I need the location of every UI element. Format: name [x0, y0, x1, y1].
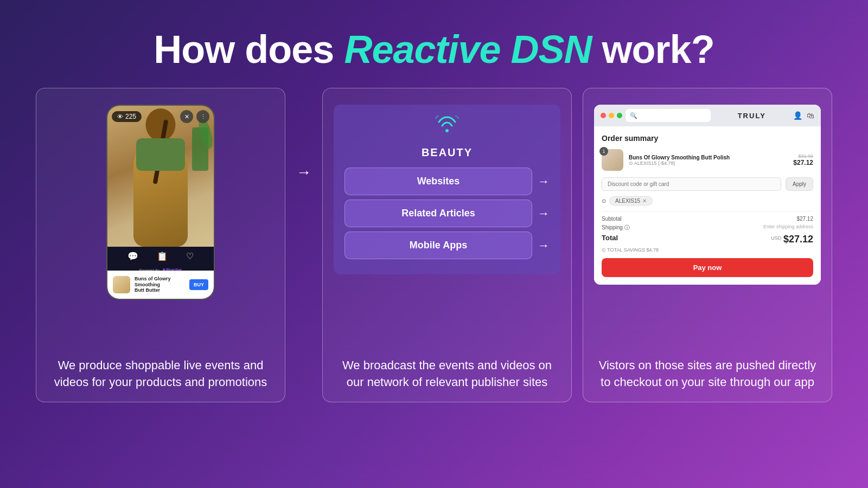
subtotal-label: Subtotal [602, 216, 622, 222]
savings-text: ⊙ TOTAL SAVINGS $4.78 [602, 247, 659, 253]
broadcast-icon [434, 115, 460, 142]
network-hub: BEAUTY Websites → Related Articles → Mob… [334, 105, 560, 274]
product-name: Buns of Glowry Smoothing Butt Butter [135, 276, 185, 293]
total-line: Total USD $27.12 [602, 234, 813, 245]
phone-video-area [107, 106, 214, 247]
phone-product-bar: Buns of Glowry Smoothing Butt Butter BUY [107, 271, 214, 299]
total-value: $27.12 [783, 234, 813, 245]
discount-input[interactable] [602, 177, 781, 191]
shipping-line: Shipping ⓘ Enter shipping address [602, 224, 813, 232]
panel-network: BEAUTY Websites → Related Articles → Mob… [322, 88, 572, 402]
search-icon: 🔍 [630, 112, 637, 119]
shipping-label: Shipping ⓘ [602, 224, 630, 232]
arrow-articles: → [538, 207, 550, 221]
order-summary: Order summary 1 Buns Of Glowry Smoothing… [594, 126, 821, 285]
channel-articles: Related Articles [344, 200, 532, 227]
page-title: How does Reactive DSN work? [0, 27, 868, 72]
more-button[interactable]: ⋮ [196, 110, 209, 123]
total-label: Total [602, 234, 618, 245]
subtotal-value: $27.12 [796, 216, 813, 222]
coupon-code: ALEXIS15 [615, 198, 640, 204]
browser-actions: 👤 🛍 [793, 111, 814, 120]
coupon-tag: ⊙ ALEXIS15 ✕ [602, 196, 813, 206]
order-title: Order summary [602, 134, 813, 143]
category-label: BEAUTY [422, 146, 473, 159]
discount-row: Apply [602, 177, 813, 191]
arrow-1-to-2: → [296, 88, 311, 181]
bag-icon[interactable]: 🛍 [807, 111, 814, 120]
currency-label: USD [771, 235, 781, 241]
dot-green [617, 113, 622, 118]
channel-websites: Websites [344, 168, 532, 195]
panel2-description: We broadcast the events and videos on ou… [334, 346, 560, 391]
shipping-hint: Enter shipping address [763, 224, 813, 232]
phone-top-bar: 👁 225 ✕ ⋮ [112, 110, 209, 123]
arrow-websites: → [538, 175, 550, 189]
eye-icon: 👁 [117, 113, 123, 120]
total-amount: USD $27.12 [771, 234, 813, 245]
item-badge: 1 [599, 147, 608, 156]
channel-articles-row: Related Articles → [344, 200, 550, 227]
item-original-price: $31.90 [793, 153, 813, 159]
title-prefix: How does [154, 28, 344, 71]
main-content: 👁 225 ✕ ⋮ [0, 88, 868, 488]
item-code: ⊙ ALEXIS15 (-$4.78) [629, 160, 788, 166]
list-icon[interactable]: 📋 [157, 251, 168, 261]
arrow-mobile: → [538, 239, 550, 253]
summary-lines: Subtotal $27.12 Shipping ⓘ Enter shippin… [602, 211, 813, 245]
view-count-value: 225 [125, 113, 136, 120]
panel-live-events: 👁 225 ✕ ⋮ [36, 88, 285, 402]
product-info: Buns of Glowry Smoothing Butt Butter [135, 276, 185, 293]
close-button[interactable]: ✕ [180, 110, 193, 123]
browser-brand: TRULY [714, 112, 790, 120]
profile-icon[interactable]: 👤 [793, 111, 802, 120]
coupon-badge: ALEXIS15 ✕ [609, 196, 653, 206]
title-suffix: work? [592, 28, 714, 71]
order-item: 1 Buns Of Glowry Smoothing Butt Polish ⊙… [602, 149, 813, 171]
product-thumbnail [113, 276, 130, 293]
header-section: How does Reactive DSN work? [0, 0, 868, 88]
dot-red [601, 113, 606, 118]
coupon-remove-button[interactable]: ✕ [642, 198, 647, 204]
buy-button[interactable]: BUY [189, 279, 208, 290]
item-details: Buns Of Glowry Smoothing Butt Polish ⊙ A… [629, 155, 788, 166]
subtotal-line: Subtotal $27.12 [602, 216, 813, 222]
browser-search-bar[interactable]: 🔍 [626, 109, 711, 122]
phone-controls: ✕ ⋮ [180, 110, 209, 123]
savings-line: ⊙ TOTAL SAVINGS $4.78 [602, 247, 813, 253]
chat-icon[interactable]: 💬 [127, 251, 138, 261]
browser-dots [601, 113, 622, 118]
svg-point-0 [445, 129, 449, 132]
title-brand: Reactive DSN [344, 28, 591, 71]
item-price-col: $31.90 $27.12 [793, 153, 813, 166]
browser-mockup: 🔍 TRULY 👤 🛍 Order summary 1 Buns Of [594, 105, 821, 285]
pay-button[interactable]: Pay now [602, 258, 813, 277]
item-name: Buns Of Glowry Smoothing Butt Polish [629, 155, 788, 160]
phone-bottom-bar: 💬 📋 ♡ [107, 247, 214, 266]
panel1-description: We produce shoppable live events and vid… [47, 346, 274, 391]
coupon-icon: ⊙ [602, 198, 606, 204]
phone-mockup: 👁 225 ✕ ⋮ [106, 105, 215, 300]
item-price: $27.12 [793, 159, 813, 166]
panel3-description: Vistors on those sites are pushed direct… [594, 346, 821, 391]
heart-icon[interactable]: ♡ [186, 251, 194, 261]
channel-mobile-row: Mobile Apps → [344, 232, 550, 259]
view-count: 👁 225 [112, 111, 142, 122]
channel-websites-row: Websites → [344, 168, 550, 195]
item-thumbnail: 1 [602, 149, 623, 171]
panel-checkout: 🔍 TRULY 👤 🛍 Order summary 1 Buns Of [583, 88, 832, 402]
channel-mobile: Mobile Apps [344, 232, 532, 259]
browser-toolbar: 🔍 TRULY 👤 🛍 [594, 105, 821, 126]
apply-button[interactable]: Apply [786, 177, 813, 191]
dot-yellow [609, 113, 614, 118]
